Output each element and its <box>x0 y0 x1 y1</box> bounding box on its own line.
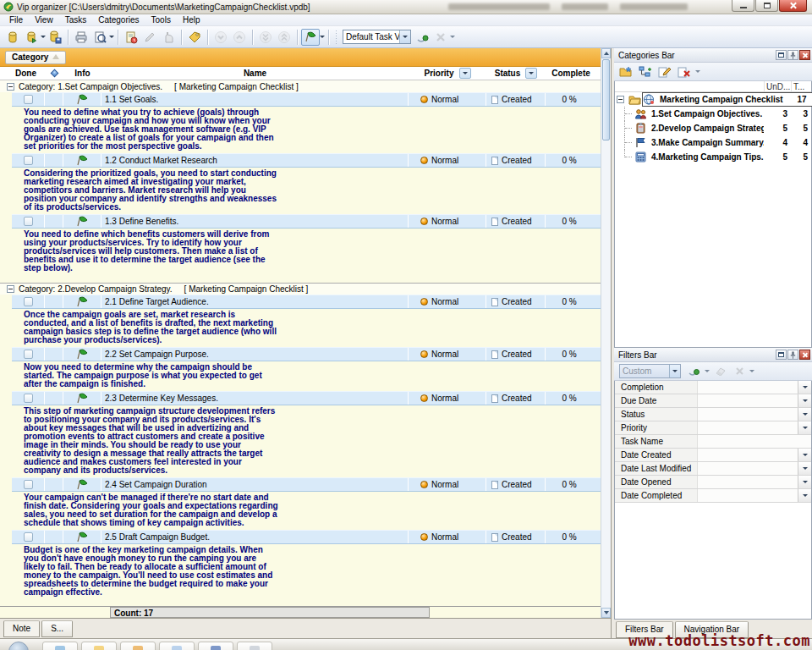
tab-schedule[interactable]: S... <box>41 620 73 637</box>
done-checkbox[interactable] <box>24 350 33 359</box>
panel-close-button[interactable] <box>799 350 810 360</box>
category-group-row[interactable]: Category: 1.Set Campaign Objectives. [ M… <box>0 80 601 92</box>
remove-filter-button[interactable] <box>732 363 747 380</box>
status-cell[interactable]: Created <box>486 531 546 543</box>
taskbar-button[interactable] <box>198 642 233 650</box>
combo-dropdown-button[interactable] <box>669 365 680 377</box>
column-priority-flag[interactable] <box>45 70 63 76</box>
filter-dropdown-icon[interactable] <box>705 370 710 372</box>
priority-cell[interactable]: Normal <box>409 478 486 491</box>
done-checkbox[interactable] <box>24 95 33 104</box>
delete-category-button[interactable] <box>676 63 693 80</box>
done-checkbox[interactable] <box>24 394 33 403</box>
done-checkbox[interactable] <box>24 480 33 489</box>
save-database-button[interactable] <box>46 29 64 46</box>
edit-category-button[interactable] <box>656 63 673 80</box>
filter-value[interactable] <box>698 462 798 475</box>
move-down-button[interactable] <box>211 29 230 46</box>
tab-note[interactable]: Note <box>3 620 40 637</box>
taskbar-button[interactable] <box>237 642 272 650</box>
menu-categories[interactable]: Categories <box>92 14 145 25</box>
done-checkbox[interactable] <box>24 156 33 165</box>
done-checkbox[interactable] <box>24 532 33 542</box>
collapse-icon[interactable] <box>7 83 14 91</box>
priority-cell[interactable]: Normal <box>409 215 486 228</box>
column-undone[interactable]: UnD... <box>764 81 791 91</box>
filter-value[interactable] <box>698 394 798 407</box>
filter-value[interactable] <box>698 476 798 488</box>
move-bottom-button[interactable] <box>256 29 275 46</box>
minimize-button[interactable] <box>732 0 754 12</box>
start-orb[interactable] <box>8 642 29 650</box>
new-database-button[interactable] <box>3 29 22 46</box>
panel-restore-button[interactable] <box>776 350 787 360</box>
column-done[interactable]: Done <box>7 69 45 78</box>
move-up-button[interactable] <box>230 29 249 46</box>
task-view-combo[interactable]: Default Task V <box>343 30 411 44</box>
done-checkbox[interactable] <box>24 297 33 306</box>
scroll-track[interactable] <box>601 141 611 608</box>
filter-dropdown-button[interactable] <box>798 462 811 475</box>
filter-preset-combo[interactable]: Custom <box>619 364 681 378</box>
filter-dropdown-button[interactable] <box>798 381 811 394</box>
column-total[interactable]: T... <box>791 81 811 91</box>
column-priority[interactable]: Priority <box>409 68 486 79</box>
status-cell[interactable]: Created <box>486 154 546 167</box>
apply-view-button[interactable] <box>413 29 431 46</box>
panel-close-button[interactable] <box>799 50 810 60</box>
new-subcategory-button[interactable] <box>637 63 654 80</box>
status-cell[interactable]: Created <box>486 478 546 491</box>
scroll-thumb[interactable] <box>602 59 610 140</box>
combo-dropdown-button[interactable] <box>399 30 410 43</box>
group-by-category-chip[interactable]: Category <box>5 51 66 64</box>
status-cell[interactable]: Created <box>486 215 546 228</box>
status-cell[interactable]: Created <box>486 392 546 405</box>
column-name[interactable]: Name <box>102 69 409 78</box>
edit-task-button[interactable] <box>140 29 159 46</box>
taskbar-button[interactable] <box>159 642 195 650</box>
maximize-button[interactable] <box>755 0 778 12</box>
taskbar-button[interactable] <box>81 642 117 650</box>
filter-value[interactable] <box>698 421 798 434</box>
taskbar-button[interactable] <box>42 642 78 650</box>
filter-dropdown-button[interactable] <box>798 489 811 502</box>
menu-tools[interactable]: Tools <box>145 14 177 25</box>
task-row[interactable]: 1.1 Set Goals. Normal Created 0 % <box>12 92 601 107</box>
open-database-button[interactable] <box>22 29 41 46</box>
menu-tasks[interactable]: Tasks <box>59 14 93 25</box>
priority-cell[interactable]: Normal <box>409 295 486 308</box>
new-category-button[interactable] <box>617 63 634 80</box>
task-row[interactable]: 2.2 Set Campaign Purpose. Normal Created… <box>12 347 601 361</box>
clear-view-button[interactable] <box>431 29 450 46</box>
priority-filter-button[interactable] <box>459 68 471 79</box>
column-status[interactable]: Status <box>486 68 546 79</box>
task-row[interactable]: 2.3 Determine Key Messages. Normal Creat… <box>12 391 601 405</box>
filter-value[interactable] <box>698 489 798 502</box>
priority-cell[interactable]: Normal <box>409 392 486 405</box>
task-row[interactable]: 2.1 Define Target Audience. Normal Creat… <box>12 295 601 309</box>
tag-button[interactable] <box>185 29 204 46</box>
taskbar-button[interactable] <box>120 642 156 650</box>
scroll-up-button[interactable] <box>601 48 611 58</box>
filter-value[interactable] <box>698 381 798 394</box>
toolbar-overflow-icon[interactable] <box>450 36 455 38</box>
menu-file[interactable]: File <box>3 14 29 25</box>
scroll-down-button[interactable] <box>601 608 611 618</box>
task-row[interactable]: 2.4 Set Campaign Duration Normal Created… <box>12 477 601 492</box>
print-preview-button[interactable] <box>91 29 109 46</box>
task-row[interactable]: 1.2 Conduct Market Research Normal Creat… <box>12 153 601 168</box>
panel-pin-button[interactable] <box>787 50 798 60</box>
tree-item-strategy[interactable]: 2.Develop Campaign Strategy. 5 5 <box>615 121 811 135</box>
assign-task-button[interactable] <box>159 29 178 46</box>
priority-cell[interactable]: Normal <box>409 93 486 106</box>
status-cell[interactable]: Created <box>486 348 546 361</box>
task-view-dropdown-icon[interactable] <box>320 36 325 38</box>
task-list-scrollbar[interactable] <box>601 48 611 618</box>
filter-value[interactable] <box>698 435 811 448</box>
tree-item-summary[interactable]: 3.Make Campaign Summary. 4 4 <box>615 135 811 150</box>
column-info[interactable]: Info <box>63 69 102 78</box>
menu-view[interactable]: View <box>29 14 59 25</box>
print-dropdown-icon[interactable] <box>109 36 114 38</box>
done-checkbox[interactable] <box>24 217 33 226</box>
filter-dropdown-button[interactable] <box>798 394 811 407</box>
